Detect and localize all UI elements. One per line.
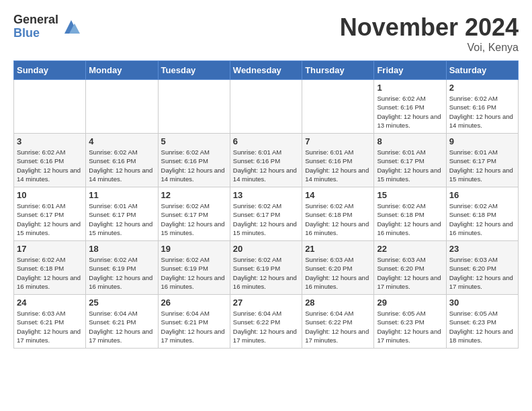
day-number: 27: [233, 298, 299, 308]
day-number: 13: [233, 190, 299, 200]
calendar-cell: 3Sunrise: 6:02 AM Sunset: 6:16 PM Daylig…: [14, 134, 86, 187]
calendar-cell: 21Sunrise: 6:03 AM Sunset: 6:20 PM Dayli…: [302, 241, 374, 295]
day-number: 29: [377, 298, 443, 308]
header-thursday: Thursday: [302, 61, 374, 80]
header-sunday: Sunday: [14, 61, 86, 80]
calendar-cell: [158, 80, 230, 134]
location: Voi, Kenya: [340, 42, 519, 54]
day-number: 20: [233, 244, 299, 254]
calendar-cell: 1Sunrise: 6:02 AM Sunset: 6:16 PM Daylig…: [374, 80, 446, 134]
page-header: General Blue November 2024 Voi, Kenya: [13, 13, 519, 54]
cell-info: Sunrise: 6:02 AM Sunset: 6:17 PM Dayligh…: [161, 201, 227, 237]
calendar-cell: 19Sunrise: 6:02 AM Sunset: 6:19 PM Dayli…: [158, 241, 230, 295]
cell-info: Sunrise: 6:05 AM Sunset: 6:23 PM Dayligh…: [377, 309, 443, 345]
calendar-cell: [14, 80, 86, 134]
calendar-header-row: SundayMondayTuesdayWednesdayThursdayFrid…: [14, 61, 519, 80]
calendar-cell: 28Sunrise: 6:04 AM Sunset: 6:22 PM Dayli…: [302, 295, 374, 349]
day-number: 11: [89, 190, 154, 200]
calendar-cell: 17Sunrise: 6:02 AM Sunset: 6:18 PM Dayli…: [14, 241, 86, 295]
logo-general-text: General: [13, 13, 58, 27]
day-number: 3: [17, 136, 83, 146]
calendar-cell: 10Sunrise: 6:01 AM Sunset: 6:17 PM Dayli…: [14, 187, 86, 241]
day-number: 1: [377, 83, 443, 93]
header-saturday: Saturday: [446, 61, 518, 80]
header-wednesday: Wednesday: [230, 61, 302, 80]
cell-info: Sunrise: 6:03 AM Sunset: 6:20 PM Dayligh…: [305, 255, 371, 291]
day-number: 8: [377, 136, 443, 146]
calendar-cell: 24Sunrise: 6:03 AM Sunset: 6:21 PM Dayli…: [14, 295, 86, 349]
calendar-cell: 4Sunrise: 6:02 AM Sunset: 6:16 PM Daylig…: [86, 134, 158, 187]
calendar-cell: 20Sunrise: 6:02 AM Sunset: 6:19 PM Dayli…: [230, 241, 302, 295]
cell-info: Sunrise: 6:01 AM Sunset: 6:17 PM Dayligh…: [449, 148, 515, 183]
day-number: 23: [449, 244, 515, 254]
cell-info: Sunrise: 6:01 AM Sunset: 6:17 PM Dayligh…: [377, 148, 443, 183]
cell-info: Sunrise: 6:02 AM Sunset: 6:16 PM Dayligh…: [89, 148, 154, 183]
logo-icon: [61, 17, 81, 37]
calendar-cell: 6Sunrise: 6:01 AM Sunset: 6:16 PM Daylig…: [230, 134, 302, 187]
cell-info: Sunrise: 6:02 AM Sunset: 6:16 PM Dayligh…: [161, 148, 227, 183]
cell-info: Sunrise: 6:03 AM Sunset: 6:20 PM Dayligh…: [449, 255, 515, 291]
logo-blue-text: Blue: [13, 27, 58, 40]
logo: General Blue: [13, 13, 81, 40]
calendar-cell: 9Sunrise: 6:01 AM Sunset: 6:17 PM Daylig…: [446, 134, 518, 187]
cell-info: Sunrise: 6:02 AM Sunset: 6:17 PM Dayligh…: [233, 201, 299, 237]
cell-info: Sunrise: 6:01 AM Sunset: 6:16 PM Dayligh…: [233, 148, 299, 183]
day-number: 19: [161, 244, 227, 254]
cell-info: Sunrise: 6:05 AM Sunset: 6:23 PM Dayligh…: [449, 309, 515, 345]
day-number: 10: [17, 190, 83, 200]
calendar-cell: 23Sunrise: 6:03 AM Sunset: 6:20 PM Dayli…: [446, 241, 518, 295]
cell-info: Sunrise: 6:04 AM Sunset: 6:21 PM Dayligh…: [89, 309, 154, 345]
calendar-cell: 18Sunrise: 6:02 AM Sunset: 6:19 PM Dayli…: [86, 241, 158, 295]
day-number: 15: [377, 190, 443, 200]
header-monday: Monday: [86, 61, 158, 80]
calendar-table: SundayMondayTuesdayWednesdayThursdayFrid…: [13, 60, 519, 349]
calendar-cell: 13Sunrise: 6:02 AM Sunset: 6:17 PM Dayli…: [230, 187, 302, 241]
cell-info: Sunrise: 6:04 AM Sunset: 6:22 PM Dayligh…: [233, 309, 299, 345]
day-number: 14: [305, 190, 371, 200]
calendar-week-2: 3Sunrise: 6:02 AM Sunset: 6:16 PM Daylig…: [14, 134, 519, 187]
calendar-cell: 30Sunrise: 6:05 AM Sunset: 6:23 PM Dayli…: [446, 295, 518, 349]
day-number: 2: [449, 83, 515, 93]
day-number: 9: [449, 136, 515, 146]
calendar-cell: 5Sunrise: 6:02 AM Sunset: 6:16 PM Daylig…: [158, 134, 230, 187]
cell-info: Sunrise: 6:02 AM Sunset: 6:16 PM Dayligh…: [377, 94, 443, 130]
day-number: 5: [161, 136, 227, 146]
day-number: 21: [305, 244, 371, 254]
day-number: 25: [89, 298, 154, 308]
day-number: 18: [89, 244, 154, 254]
header-tuesday: Tuesday: [158, 61, 230, 80]
cell-info: Sunrise: 6:02 AM Sunset: 6:19 PM Dayligh…: [89, 255, 154, 291]
cell-info: Sunrise: 6:02 AM Sunset: 6:16 PM Dayligh…: [449, 94, 515, 130]
day-number: 7: [305, 136, 371, 146]
cell-info: Sunrise: 6:04 AM Sunset: 6:22 PM Dayligh…: [305, 309, 371, 345]
calendar-cell: 26Sunrise: 6:04 AM Sunset: 6:21 PM Dayli…: [158, 295, 230, 349]
day-number: 24: [17, 298, 83, 308]
calendar-cell: [230, 80, 302, 134]
cell-info: Sunrise: 6:04 AM Sunset: 6:21 PM Dayligh…: [161, 309, 227, 345]
calendar-cell: 11Sunrise: 6:01 AM Sunset: 6:17 PM Dayli…: [86, 187, 158, 241]
day-number: 26: [161, 298, 227, 308]
calendar-cell: 8Sunrise: 6:01 AM Sunset: 6:17 PM Daylig…: [374, 134, 446, 187]
calendar-cell: 16Sunrise: 6:02 AM Sunset: 6:18 PM Dayli…: [446, 187, 518, 241]
calendar-week-3: 10Sunrise: 6:01 AM Sunset: 6:17 PM Dayli…: [14, 187, 519, 241]
day-number: 4: [89, 136, 154, 146]
cell-info: Sunrise: 6:02 AM Sunset: 6:16 PM Dayligh…: [17, 148, 83, 183]
calendar-cell: 22Sunrise: 6:03 AM Sunset: 6:20 PM Dayli…: [374, 241, 446, 295]
day-number: 30: [449, 298, 515, 308]
cell-info: Sunrise: 6:02 AM Sunset: 6:18 PM Dayligh…: [305, 201, 371, 237]
cell-info: Sunrise: 6:01 AM Sunset: 6:16 PM Dayligh…: [305, 148, 371, 183]
day-number: 12: [161, 190, 227, 200]
calendar-cell: [86, 80, 158, 134]
calendar-cell: [302, 80, 374, 134]
cell-info: Sunrise: 6:02 AM Sunset: 6:19 PM Dayligh…: [233, 255, 299, 291]
month-title: November 2024: [340, 13, 519, 42]
cell-info: Sunrise: 6:02 AM Sunset: 6:18 PM Dayligh…: [17, 255, 83, 291]
calendar-week-1: 1Sunrise: 6:02 AM Sunset: 6:16 PM Daylig…: [14, 80, 519, 134]
calendar-cell: 2Sunrise: 6:02 AM Sunset: 6:16 PM Daylig…: [446, 80, 518, 134]
calendar-cell: 12Sunrise: 6:02 AM Sunset: 6:17 PM Dayli…: [158, 187, 230, 241]
cell-info: Sunrise: 6:02 AM Sunset: 6:18 PM Dayligh…: [449, 201, 515, 237]
day-number: 28: [305, 298, 371, 308]
cell-info: Sunrise: 6:02 AM Sunset: 6:19 PM Dayligh…: [161, 255, 227, 291]
calendar-cell: 25Sunrise: 6:04 AM Sunset: 6:21 PM Dayli…: [86, 295, 158, 349]
cell-info: Sunrise: 6:03 AM Sunset: 6:20 PM Dayligh…: [377, 255, 443, 291]
